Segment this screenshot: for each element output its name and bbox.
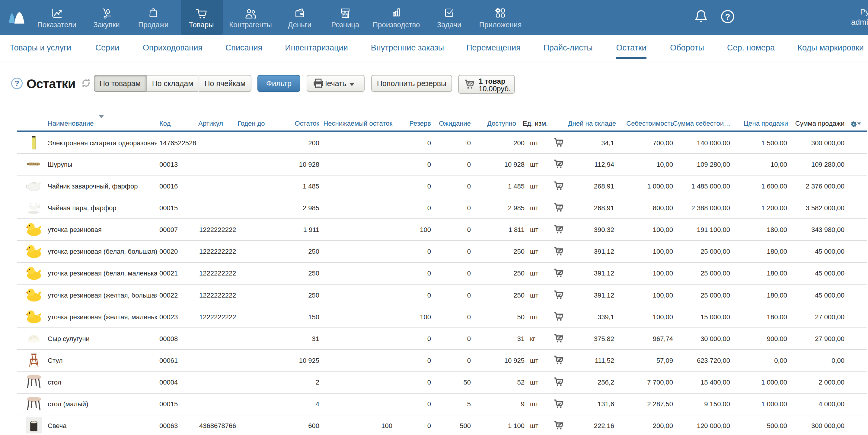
svg-text:?: ? (725, 12, 731, 22)
